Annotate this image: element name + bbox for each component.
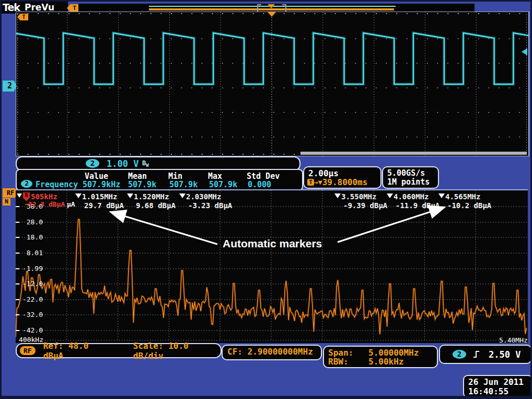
sample-rate: 5.00GS/s xyxy=(387,168,425,178)
measurement-mean: 507.9k xyxy=(128,180,156,189)
y-label-18: 18.0 xyxy=(20,233,43,241)
marker-freq: 4.060MHz xyxy=(394,192,429,201)
ch2-badge[interactable]: 2 xyxy=(86,159,99,168)
measurement-max: 507.9k xyxy=(209,180,237,189)
rising-edge-icon xyxy=(472,350,480,359)
marker-triangle-icon xyxy=(438,193,445,198)
trigger-delay-readout: 39.8000ms xyxy=(322,177,368,187)
window-divider-bar[interactable] xyxy=(300,152,527,155)
marker-freq: 3.550MHz xyxy=(341,192,376,201)
oscilloscope-screen: Tek PreVu T T 2 2 1.00 V BW Value Mean M… xyxy=(0,0,532,399)
trigger-level: 2.50 V xyxy=(489,349,521,360)
y-tick xyxy=(16,299,19,300)
measurement-value: 507.9kHz xyxy=(83,180,120,189)
rf-scale: Scale: 10.0 dB/div xyxy=(133,341,221,361)
delay-arrows-icon: →▼ xyxy=(314,178,322,186)
y-label-m32: -32.0 xyxy=(20,311,43,318)
rf-spectrum-graticule: 38.0 28.0 18.0 8.01 -1.99 -12.0 -22.0 -3… xyxy=(16,189,528,343)
measurement-stddev: 0.000 xyxy=(248,180,271,189)
spectrum-stop-freq-label: 5.40MHz xyxy=(499,336,528,344)
marker-triangle-icon xyxy=(127,193,133,198)
auto-marker-5[interactable]: 4.060MHz-11.9 dBµA xyxy=(387,192,440,210)
y-tick xyxy=(16,222,19,223)
y-label-m22: -22.0 xyxy=(20,295,43,303)
marker-triangle-icon xyxy=(334,193,341,198)
record-view-rf-line xyxy=(149,8,394,10)
measurement-name: Frequency xyxy=(36,180,78,189)
trigger-delay-row: T →▼ 39.8000ms xyxy=(307,177,367,187)
center-frequency-box[interactable]: CF: 2.90000000MHz xyxy=(222,345,322,360)
y-label-8: 8.01 xyxy=(20,249,43,257)
y-label-m42: -42.0 xyxy=(20,326,43,334)
marker-ampl: -11.9 dBµA xyxy=(396,201,440,210)
auto-marker-4[interactable]: 3.550MHz-9.39 dBµA xyxy=(334,192,387,210)
marker-triangle-icon xyxy=(179,193,186,198)
rf-settings-bar[interactable]: RF Ref: 48.0 dBµA Scale: 10.0 dB/div xyxy=(16,343,222,358)
datetime-box: 26 Jun 2011 16:40:55 xyxy=(463,375,532,398)
reference-marker-freq: 505kHz xyxy=(31,192,57,201)
ch2-ground-badge[interactable]: 2 xyxy=(3,81,17,92)
marker-ampl: -10.2 dBµA xyxy=(447,201,491,210)
marker-ampl: 29.7 dBµA xyxy=(84,201,124,210)
y-tick xyxy=(16,237,19,238)
measurement-min: 507.9k xyxy=(169,180,198,189)
record-view-trigger-marker[interactable] xyxy=(268,4,275,8)
ch2-scale-readout: 1.00 V xyxy=(107,158,138,169)
y-label-m2: -1.99 xyxy=(20,265,43,272)
rf-badge[interactable]: RF xyxy=(20,346,36,355)
rf-spectrum-plot xyxy=(16,190,528,343)
rbw-label: RBW: xyxy=(328,357,349,367)
marker-ampl: -3.23 dBµA xyxy=(188,201,232,210)
date-readout: 26 Jun 2011 xyxy=(468,377,524,387)
span-rbw-box[interactable]: Span: 5.00000MHz RBW: 5.00kHz xyxy=(323,346,438,368)
y-tick xyxy=(16,330,19,331)
ch2-waveform-plot xyxy=(16,12,528,156)
rf-ref-level: Ref: 48.0 dBµA xyxy=(43,341,111,361)
marker-triangle-icon xyxy=(387,193,393,198)
rbw-value: 5.00kHz xyxy=(368,357,403,367)
trigger-position-marker[interactable] xyxy=(268,12,276,17)
auto-marker-3[interactable]: 2.030MHz-3.23 dBµA xyxy=(179,192,232,210)
reference-marker-white-triangle-icon xyxy=(17,193,22,198)
record-view-bar[interactable] xyxy=(78,4,475,12)
acquisition-mode-label: PreVu xyxy=(25,2,54,13)
marker-triangle-icon xyxy=(75,193,82,198)
center-frequency: CF: 2.90000000MHz xyxy=(227,347,313,357)
y-tick xyxy=(16,283,19,284)
amplitude-units-label: µA xyxy=(67,200,75,208)
spectrum-start-freq-label: 400kHz xyxy=(19,336,43,344)
horizontal-scale-box[interactable]: 2.00µs T →▼ 39.8000ms xyxy=(303,166,381,189)
marker-ampl: 9.68 dBµA xyxy=(136,201,176,210)
annotation-text: Automatic markers xyxy=(223,237,322,250)
reference-marker-ampl: -32.3 dBµA xyxy=(24,200,65,208)
time-domain-graticule: T xyxy=(16,12,529,156)
bandwidth-limit-icon: BW xyxy=(142,159,149,168)
auto-marker-2[interactable]: 1.520MHz9.68 dBµA xyxy=(127,192,176,210)
ch2-trigger-level-arrow[interactable] xyxy=(522,48,527,55)
auto-marker-1[interactable]: 1.015MHz29.7 dBµA xyxy=(75,192,124,210)
measurement-source-badge: 2 xyxy=(21,180,32,188)
y-label-m12: -12.0 xyxy=(20,280,43,288)
marker-freq: 4.565MHz xyxy=(445,192,480,201)
y-tick xyxy=(16,253,19,254)
marker-ampl: -9.39 dBµA xyxy=(343,201,387,210)
y-label-28: 28.0 xyxy=(20,218,43,226)
y-tick xyxy=(16,314,19,315)
y-tick xyxy=(16,206,19,207)
y-tick xyxy=(16,268,19,269)
time-readout: 16:40:55 xyxy=(468,386,508,396)
bw-sub: W xyxy=(146,163,148,168)
trigger-readout-box[interactable]: 2 2.50 V xyxy=(439,345,532,364)
delay-trigger-t-icon: T xyxy=(307,179,314,186)
marker-freq: 2.030MHz xyxy=(186,192,221,201)
marker-freq: 1.520MHz xyxy=(134,192,169,201)
measurement-table: Value Mean Min Max Std Dev 2 Frequency 5… xyxy=(16,169,303,191)
acquisition-box[interactable]: 5.00GS/s 1M points xyxy=(382,166,439,189)
marker-freq: 1.015MHz xyxy=(82,192,117,201)
trigger-source-badge[interactable]: 2 xyxy=(453,350,466,359)
record-length: 1M points xyxy=(387,177,430,187)
auto-marker-6[interactable]: 4.565MHz-10.2 dBµA xyxy=(438,192,491,210)
rf-normal-trace-badge[interactable]: N xyxy=(3,198,10,206)
